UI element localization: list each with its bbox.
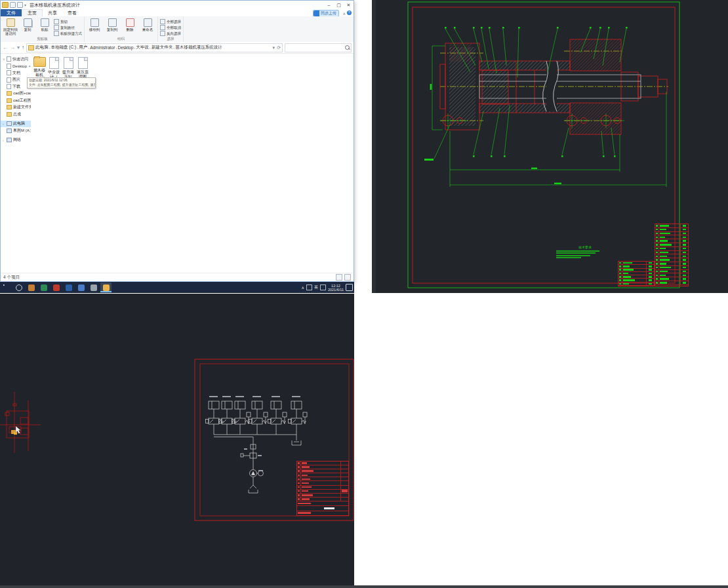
selected-fragment[interactable] xyxy=(0,392,41,453)
sidebar-quick-access[interactable]: ∨快速访问 xyxy=(1,56,31,63)
quick-access-toolbar-icon-2[interactable] xyxy=(17,2,23,8)
list-view-icon[interactable] xyxy=(336,274,342,281)
forward-icon[interactable]: → xyxy=(10,45,15,50)
move-to-icon xyxy=(91,18,99,27)
address-dropdown-icon[interactable]: ▾ xyxy=(273,45,275,50)
breadcrumb-item[interactable]: Administrator xyxy=(90,45,115,50)
breadcrumb-item[interactable]: 本地磁盘 (C:) xyxy=(51,45,77,50)
table-cell-qty xyxy=(646,272,654,275)
sidebar-item-network[interactable]: ›网络 xyxy=(1,137,31,144)
minimize-button[interactable]: – xyxy=(324,1,334,9)
cut-icon xyxy=(54,19,59,24)
copy-path-button[interactable]: 复制路径 xyxy=(54,25,82,30)
cell-text xyxy=(660,267,671,269)
table-cell-name xyxy=(659,224,680,227)
address-folder-icon xyxy=(28,45,34,50)
paste-shortcut-button[interactable]: 粘贴快捷方式 xyxy=(54,31,82,36)
app-tiles-blue[interactable] xyxy=(75,283,87,292)
address-bar[interactable]: 此电脑›本地磁盘 (C:)›用户›Administrator›Desktop›大… xyxy=(26,43,283,52)
sidebar-item-6[interactable]: cad工程图 xyxy=(1,97,31,104)
start-button[interactable] xyxy=(1,283,12,292)
table-cell-name xyxy=(659,270,680,273)
select-all-button[interactable]: 全部选择 xyxy=(160,19,181,24)
file-tooltip: 创建日期: 2021/6/11 12:06文件: 总装配图工程图, 提升液压缸工… xyxy=(27,77,96,88)
up-icon[interactable]: ↑ xyxy=(22,45,24,50)
back-icon[interactable]: ← xyxy=(3,45,8,50)
table-cell-qty xyxy=(340,486,348,489)
refresh-icon[interactable]: ⟳ xyxy=(277,45,281,50)
close-button[interactable]: ✕ xyxy=(344,1,354,9)
sidebar-item-7[interactable]: 新建文件夹 xyxy=(1,104,31,111)
sidebar-item-drive[interactable]: 果图M (A:) xyxy=(1,127,31,134)
quick-access-toolbar-icon[interactable] xyxy=(10,2,16,8)
app-green[interactable] xyxy=(38,283,49,292)
cad-assembly-canvas[interactable]: 技术要求 xyxy=(372,0,728,293)
breadcrumb-item[interactable]: 此电脑 xyxy=(35,45,49,50)
app-blue[interactable] xyxy=(63,283,74,292)
quick-access-toolbar-chevron-icon[interactable]: ▾ xyxy=(24,3,26,7)
table-row xyxy=(655,281,688,285)
table-cell-name xyxy=(622,279,646,281)
cut-button[interactable]: 剪切 xyxy=(54,19,82,24)
cylinder-symbol xyxy=(209,401,219,409)
breadcrumb-item[interactable]: 大毕设 xyxy=(136,45,149,50)
breadcrumb-item[interactable]: 用户 xyxy=(79,45,87,50)
thumbnail-view-icon[interactable] xyxy=(344,274,351,281)
document-icon xyxy=(49,57,59,69)
table-cell-name xyxy=(301,477,340,480)
breadcrumb-item[interactable]: Desktop xyxy=(117,45,133,50)
breadcrumb-item[interactable]: 新建文件夹 xyxy=(152,45,173,50)
cell-text xyxy=(302,482,309,484)
sidebar-item-this-pc[interactable]: ›此电脑 xyxy=(1,121,31,128)
help-icon[interactable]: ? xyxy=(347,10,352,15)
cell-text xyxy=(302,498,310,500)
history-chevron-icon[interactable]: ▾ xyxy=(17,45,20,50)
invert-selection-button[interactable]: 反向选择 xyxy=(160,31,181,36)
notification-center-icon[interactable] xyxy=(346,284,353,291)
cad-schematic-canvas[interactable] xyxy=(0,294,354,585)
ribbon-collapse-icon[interactable]: ∧ xyxy=(343,11,346,16)
app-red[interactable] xyxy=(51,283,62,292)
table-cell-name xyxy=(622,262,646,264)
table-footer-row xyxy=(297,506,348,511)
tab-2[interactable]: 共享 xyxy=(43,9,62,16)
select-none-button[interactable]: 全部取消 xyxy=(160,25,181,30)
table-footer-row xyxy=(297,511,348,516)
input-language-indicator[interactable]: 英 xyxy=(314,284,318,290)
table-cell-qty xyxy=(680,258,688,262)
tab-file[interactable]: 文件 xyxy=(1,9,22,16)
cell-text xyxy=(623,276,631,278)
ime-icon[interactable] xyxy=(320,284,326,290)
table-cell-name xyxy=(659,266,680,269)
tab-3[interactable]: 查看 xyxy=(62,9,82,16)
library-icon xyxy=(7,70,11,75)
breadcrumb-item[interactable]: 苗木移栽机液压系统设计 xyxy=(175,45,222,50)
sidebar-item-8[interactable]: 总成 xyxy=(1,111,31,118)
tray-chevron-icon[interactable]: ∧ xyxy=(302,285,304,290)
app-gray[interactable] xyxy=(88,283,99,292)
maximize-button[interactable]: ▢ xyxy=(334,1,344,9)
document-icon xyxy=(64,57,73,69)
branch-label xyxy=(272,396,280,397)
table-cell-name xyxy=(301,465,340,469)
cell-text xyxy=(683,233,686,235)
cylinder-symbol xyxy=(222,401,232,409)
table-cell-title xyxy=(297,506,348,510)
desktop-screenshot: ▾ 苗木移栽机液压系统设计 – ▢ ✕ 文件 主页共享查看 同步上传 ∧ ? 固… xyxy=(0,0,728,588)
sidebar-item-5[interactable]: cad图+cad图 xyxy=(1,90,31,98)
cell-text xyxy=(298,466,300,468)
sidebar-item-2[interactable]: 文档 xyxy=(1,69,31,77)
sidebar-item-1[interactable]: Desktop✦ xyxy=(1,63,31,70)
search-button[interactable] xyxy=(13,283,24,292)
taskbar-clock[interactable]: 12:12 2021/6/11 xyxy=(328,284,344,292)
volume-icon[interactable] xyxy=(306,284,312,290)
cell-text xyxy=(683,275,686,277)
search-input[interactable] xyxy=(285,43,352,52)
title-bar[interactable]: ▾ 苗木移栽机液压系统设计 – ▢ ✕ xyxy=(1,1,354,9)
cell-text xyxy=(660,248,666,250)
cell-text xyxy=(302,470,313,472)
relief-valve-symbol xyxy=(283,412,287,417)
tab-1[interactable]: 主页 xyxy=(22,9,43,16)
file-explorer-button[interactable] xyxy=(100,283,111,292)
app-doc-orange[interactable] xyxy=(26,283,37,292)
